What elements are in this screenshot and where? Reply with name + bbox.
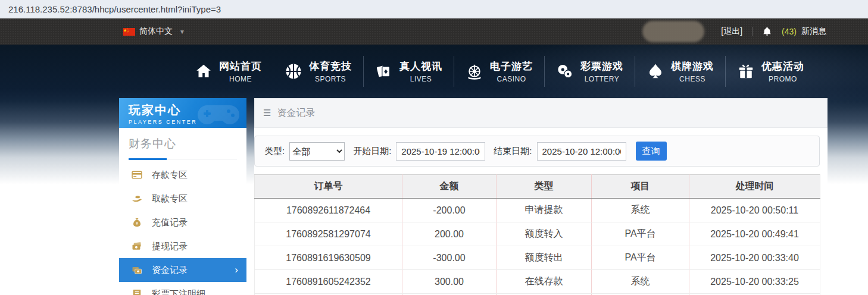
table-cell: 额度转入 [497,222,592,246]
nav-item-label: 电子游艺CASINO [490,59,533,83]
breadcrumb-label: 资金记录 [277,107,315,120]
language-selector[interactable]: 简体中文 ▼ [123,26,185,37]
nav-item-casino[interactable]: 电子游艺CASINO [454,56,544,87]
top-bar-right: [退出] (43) 新消息 [642,21,826,42]
filter-bar: 类型: 全部 开始日期: 结束日期: 查询 [254,136,820,167]
cards-icon [375,62,393,80]
sidebar-item-充值记录[interactable]: 充值记录› [119,211,246,234]
nav-item-label: 棋牌游戏CHESS [671,59,714,83]
nav-item-sports[interactable]: 体育竞技SPORTS [273,56,363,87]
home-icon [195,62,213,80]
table-cell: 2025-10-20 00:49:41 [689,222,820,246]
table-cell: 系统 [592,270,689,294]
nav-item-label: 体育竞技SPORTS [309,59,352,83]
spade-icon [647,62,664,80]
table-cell: 200.00 [402,222,497,246]
chevron-down-icon: ▼ [179,29,185,35]
coins-icon [131,264,143,276]
bet-list-icon [131,288,143,295]
table-row: 1760892581297074200.00额度转入PA平台2025-10-20… [255,222,820,246]
divider [752,27,753,36]
cash-out-icon [131,240,143,252]
table-header-cell: 订单号 [255,175,402,199]
roulette-icon [466,62,483,80]
table-cell: 2025-10-20 00:33:40 [689,246,820,270]
basketball-icon [285,62,302,80]
table-cell: 2025-10-20 00:50:11 [689,199,820,222]
section-underline [129,159,237,159]
gamepad-icon [195,101,242,128]
moneybag-icon [131,216,143,228]
funds-record-table: 订单号金额类型项目处理时间 1760892611872464-200.00申请提… [254,174,820,295]
table-row: 1760891619630509-300.00额度转出PA平台2025-10-2… [255,246,820,270]
table-cell: 系统 [592,199,689,222]
start-date-label: 开始日期: [353,146,391,157]
table-row: 1760892611872464-200.00申请提款系统2025-10-20 … [255,199,820,222]
language-label: 简体中文 [139,26,173,37]
type-select[interactable]: 全部 [289,142,345,161]
table-cell: PA平台 [592,246,689,270]
search-button[interactable]: 查询 [636,142,667,161]
sidebar-item-取款专区[interactable]: 取款专区› [119,187,246,211]
nav-item-label: 真人视讯LIVES [399,59,442,83]
end-date-input[interactable] [537,142,626,161]
table-header-cell: 类型 [497,175,592,199]
sidebar-item-label: 充值记录 [152,217,188,228]
chevron-right-icon: › [235,264,238,276]
hamburger-icon[interactable]: ☰ [263,108,271,118]
table-cell: 1760891619630509 [255,246,402,270]
sidebar-item-彩票下注明细[interactable]: 彩票下注明细› [119,282,246,295]
sidebar-item-label: 彩票下注明细 [152,288,205,295]
top-utility-bar: 简体中文 ▼ [退出] (43) 新消息 [0,18,868,45]
table-cell: 1760891605242352 [255,270,402,294]
china-flag-icon [123,28,135,36]
nav-item-home[interactable]: 网站首页HOME [183,56,273,87]
sidebar-item-label: 取款专区 [152,193,188,205]
table-header-cell: 金额 [402,175,497,199]
sidebar-item-label: 提现记录 [152,241,188,252]
table-cell: 1760892581297074 [255,222,402,246]
sidebar-item-资金记录[interactable]: 资金记录› [119,258,246,282]
start-date-input[interactable] [396,142,485,161]
table-row: 1760891605242352300.00在线存款系统2025-10-20 0… [255,270,820,294]
nav-item-label: 网站首页HOME [219,59,262,83]
finance-center-heading: 财务中心 [129,136,237,159]
sidebar-item-label: 资金记录 [152,265,188,276]
table-cell: -200.00 [402,199,497,222]
table-header-cell: 项目 [592,175,689,199]
sidebar-header: 玩家中心 PLAYERS CENTER [119,98,246,128]
page-url: 216.118.235.52:8783/hhcp/usercenter.html… [8,4,221,14]
nav-item-label: 优惠活动PROMO [761,59,804,83]
main-navigation: 网站首页HOME体育竞技SPORTS真人视讯LIVES电子游艺CASINO彩票游… [0,45,868,98]
type-label: 类型: [264,146,285,157]
logout-link[interactable]: [退出] [721,26,742,37]
table-cell: 额度转出 [497,246,592,270]
nav-item-promo[interactable]: 优惠活动PROMO [725,56,816,87]
table-cell: 2025-10-20 00:33:25 [689,270,820,294]
nav-item-lottery[interactable]: 彩票游戏LOTTERY [544,56,635,87]
table-cell: PA平台 [592,222,689,246]
nav-item-lives[interactable]: 真人视讯LIVES [363,56,454,87]
message-count-badge: (43) [782,27,797,36]
sidebar-section: 财务中心 [119,128,246,159]
gift-icon [737,62,755,80]
page: 216.118.235.52:8783/hhcp/usercenter.html… [0,0,868,295]
bell-icon[interactable] [762,26,772,37]
sidebar-item-提现记录[interactable]: 提现记录› [119,234,246,258]
table-cell: 申请提款 [497,199,592,222]
sidebar-menu: 存款专区›取款专区›充值记录›提现记录›资金记录›彩票下注明细› [119,163,246,295]
browser-url-bar[interactable]: 216.118.235.52:8783/hhcp/usercenter.html… [0,0,868,18]
table-cell: -300.00 [402,246,497,270]
table-cell: 在线存款 [497,270,592,294]
new-messages-link[interactable]: 新消息 [801,26,826,37]
username-redacted [642,21,704,42]
nav-item-chess[interactable]: 棋牌游戏CHESS [635,56,725,87]
breadcrumb: ☰ 资金记录 [254,98,828,128]
lottery-balls-icon [556,62,574,80]
deposit-card-icon [131,169,143,181]
nav-item-label: 彩票游戏LOTTERY [580,59,623,83]
sidebar-item-label: 存款专区 [152,170,188,181]
withdraw-hand-icon [131,193,143,205]
sidebar-item-存款专区[interactable]: 存款专区› [119,163,246,187]
table-header-row: 订单号金额类型项目处理时间 [255,175,820,199]
